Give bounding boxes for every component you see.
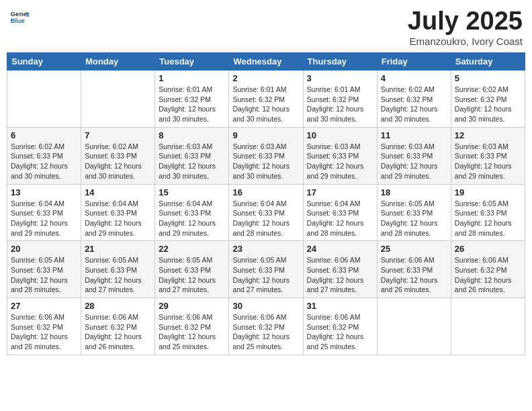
calendar-cell: 28Sunrise: 6:06 AM Sunset: 6:32 PM Dayli… [81, 298, 155, 355]
calendar-cell: 25Sunrise: 6:06 AM Sunset: 6:33 PM Dayli… [377, 241, 451, 298]
day-number: 2 [232, 73, 299, 83]
day-number: 23 [232, 244, 299, 254]
calendar-cell: 4Sunrise: 6:02 AM Sunset: 6:32 PM Daylig… [377, 71, 451, 128]
day-info: Sunrise: 6:02 AM Sunset: 6:33 PM Dayligh… [85, 142, 151, 181]
calendar-week-row: 27Sunrise: 6:06 AM Sunset: 6:32 PM Dayli… [7, 298, 525, 355]
day-info: Sunrise: 6:05 AM Sunset: 6:33 PM Dayligh… [11, 255, 77, 295]
day-number: 17 [307, 187, 373, 197]
calendar-cell: 21Sunrise: 6:05 AM Sunset: 6:33 PM Dayli… [81, 241, 155, 298]
day-info: Sunrise: 6:06 AM Sunset: 6:33 PM Dayligh… [381, 255, 447, 295]
day-info: Sunrise: 6:05 AM Sunset: 6:33 PM Dayligh… [232, 255, 299, 295]
day-info: Sunrise: 6:05 AM Sunset: 6:33 PM Dayligh… [381, 199, 447, 238]
day-number: 27 [11, 301, 77, 311]
day-info: Sunrise: 6:06 AM Sunset: 6:33 PM Dayligh… [307, 255, 373, 295]
calendar-cell: 8Sunrise: 6:03 AM Sunset: 6:33 PM Daylig… [155, 127, 229, 184]
day-info: Sunrise: 6:06 AM Sunset: 6:32 PM Dayligh… [159, 312, 225, 352]
calendar-cell [81, 71, 155, 128]
day-number: 11 [381, 130, 447, 140]
day-number: 8 [159, 130, 225, 140]
day-info: Sunrise: 6:05 AM Sunset: 6:33 PM Dayligh… [455, 199, 521, 238]
day-of-week-header: Tuesday [155, 53, 229, 71]
day-info: Sunrise: 6:02 AM Sunset: 6:33 PM Dayligh… [11, 142, 77, 181]
day-number: 9 [232, 130, 299, 140]
calendar-week-row: 1Sunrise: 6:01 AM Sunset: 6:32 PM Daylig… [7, 71, 525, 128]
location-subtitle: Emanzoukro, Ivory Coast [408, 36, 523, 47]
day-of-week-header: Friday [377, 53, 451, 71]
logo: General Blue [9, 7, 30, 27]
day-number: 29 [159, 301, 225, 311]
day-info: Sunrise: 6:04 AM Sunset: 6:33 PM Dayligh… [232, 199, 299, 238]
title-area: July 2025 Emanzoukro, Ivory Coast [408, 7, 523, 47]
day-number: 7 [85, 130, 151, 140]
calendar-cell: 11Sunrise: 6:03 AM Sunset: 6:33 PM Dayli… [377, 127, 451, 184]
calendar-cell: 30Sunrise: 6:06 AM Sunset: 6:32 PM Dayli… [229, 298, 303, 355]
day-number: 26 [455, 244, 521, 254]
day-number: 18 [381, 187, 447, 197]
day-number: 3 [307, 73, 373, 83]
day-info: Sunrise: 6:05 AM Sunset: 6:33 PM Dayligh… [85, 255, 151, 295]
day-number: 30 [232, 301, 299, 311]
day-number: 31 [307, 301, 373, 311]
calendar-cell: 24Sunrise: 6:06 AM Sunset: 6:33 PM Dayli… [303, 241, 377, 298]
day-info: Sunrise: 6:06 AM Sunset: 6:32 PM Dayligh… [307, 312, 373, 352]
calendar-cell: 1Sunrise: 6:01 AM Sunset: 6:32 PM Daylig… [155, 71, 229, 128]
day-number: 28 [85, 301, 151, 311]
day-of-week-header: Thursday [303, 53, 377, 71]
day-of-week-header: Saturday [451, 53, 525, 71]
calendar-week-row: 13Sunrise: 6:04 AM Sunset: 6:33 PM Dayli… [7, 184, 525, 241]
calendar-cell: 19Sunrise: 6:05 AM Sunset: 6:33 PM Dayli… [451, 184, 525, 241]
calendar-cell: 5Sunrise: 6:02 AM Sunset: 6:32 PM Daylig… [451, 71, 525, 128]
day-info: Sunrise: 6:03 AM Sunset: 6:33 PM Dayligh… [232, 142, 299, 181]
day-number: 16 [232, 187, 299, 197]
day-info: Sunrise: 6:06 AM Sunset: 6:32 PM Dayligh… [232, 312, 299, 352]
day-number: 13 [11, 187, 77, 197]
day-info: Sunrise: 6:03 AM Sunset: 6:33 PM Dayligh… [159, 142, 225, 181]
day-number: 15 [159, 187, 225, 197]
day-info: Sunrise: 6:04 AM Sunset: 6:33 PM Dayligh… [307, 199, 373, 238]
day-info: Sunrise: 6:04 AM Sunset: 6:33 PM Dayligh… [85, 199, 151, 238]
day-of-week-header: Wednesday [229, 53, 303, 71]
day-info: Sunrise: 6:05 AM Sunset: 6:33 PM Dayligh… [159, 255, 225, 295]
day-info: Sunrise: 6:04 AM Sunset: 6:33 PM Dayligh… [11, 199, 77, 238]
day-number: 25 [381, 244, 447, 254]
day-number: 20 [11, 244, 77, 254]
calendar-cell: 12Sunrise: 6:03 AM Sunset: 6:33 PM Dayli… [451, 127, 525, 184]
calendar-cell: 22Sunrise: 6:05 AM Sunset: 6:33 PM Dayli… [155, 241, 229, 298]
calendar-cell: 23Sunrise: 6:05 AM Sunset: 6:33 PM Dayli… [229, 241, 303, 298]
calendar-cell: 18Sunrise: 6:05 AM Sunset: 6:33 PM Dayli… [377, 184, 451, 241]
day-number: 14 [85, 187, 151, 197]
calendar-cell: 3Sunrise: 6:01 AM Sunset: 6:32 PM Daylig… [303, 71, 377, 128]
day-info: Sunrise: 6:02 AM Sunset: 6:32 PM Dayligh… [381, 85, 447, 124]
month-title: July 2025 [408, 7, 523, 36]
day-info: Sunrise: 6:06 AM Sunset: 6:32 PM Dayligh… [85, 312, 151, 352]
day-info: Sunrise: 6:03 AM Sunset: 6:33 PM Dayligh… [307, 142, 373, 181]
day-info: Sunrise: 6:04 AM Sunset: 6:33 PM Dayligh… [159, 199, 225, 238]
calendar-cell: 9Sunrise: 6:03 AM Sunset: 6:33 PM Daylig… [229, 127, 303, 184]
day-number: 4 [381, 73, 447, 83]
calendar-cell: 31Sunrise: 6:06 AM Sunset: 6:32 PM Dayli… [303, 298, 377, 355]
calendar-week-row: 6Sunrise: 6:02 AM Sunset: 6:33 PM Daylig… [7, 127, 525, 184]
day-info: Sunrise: 6:06 AM Sunset: 6:32 PM Dayligh… [455, 255, 521, 295]
day-info: Sunrise: 6:01 AM Sunset: 6:32 PM Dayligh… [307, 85, 373, 124]
day-of-week-header: Monday [81, 53, 155, 71]
calendar-header-row: SundayMondayTuesdayWednesdayThursdayFrid… [7, 53, 525, 71]
day-number: 12 [455, 130, 521, 140]
day-info: Sunrise: 6:03 AM Sunset: 6:33 PM Dayligh… [381, 142, 447, 181]
calendar-week-row: 20Sunrise: 6:05 AM Sunset: 6:33 PM Dayli… [7, 241, 525, 298]
header: General Blue July 2025 Emanzoukro, Ivory… [7, 7, 525, 47]
day-number: 5 [455, 73, 521, 83]
day-number: 6 [11, 130, 77, 140]
day-number: 22 [159, 244, 225, 254]
day-of-week-header: Sunday [7, 53, 81, 71]
calendar-cell: 29Sunrise: 6:06 AM Sunset: 6:32 PM Dayli… [155, 298, 229, 355]
day-info: Sunrise: 6:02 AM Sunset: 6:32 PM Dayligh… [455, 85, 521, 124]
calendar-cell: 16Sunrise: 6:04 AM Sunset: 6:33 PM Dayli… [229, 184, 303, 241]
day-number: 19 [455, 187, 521, 197]
calendar-cell: 26Sunrise: 6:06 AM Sunset: 6:32 PM Dayli… [451, 241, 525, 298]
day-info: Sunrise: 6:03 AM Sunset: 6:33 PM Dayligh… [455, 142, 521, 181]
calendar-cell: 7Sunrise: 6:02 AM Sunset: 6:33 PM Daylig… [81, 127, 155, 184]
calendar-cell [377, 298, 451, 355]
day-info: Sunrise: 6:06 AM Sunset: 6:32 PM Dayligh… [11, 312, 77, 352]
calendar-cell: 10Sunrise: 6:03 AM Sunset: 6:33 PM Dayli… [303, 127, 377, 184]
day-info: Sunrise: 6:01 AM Sunset: 6:32 PM Dayligh… [232, 85, 299, 124]
